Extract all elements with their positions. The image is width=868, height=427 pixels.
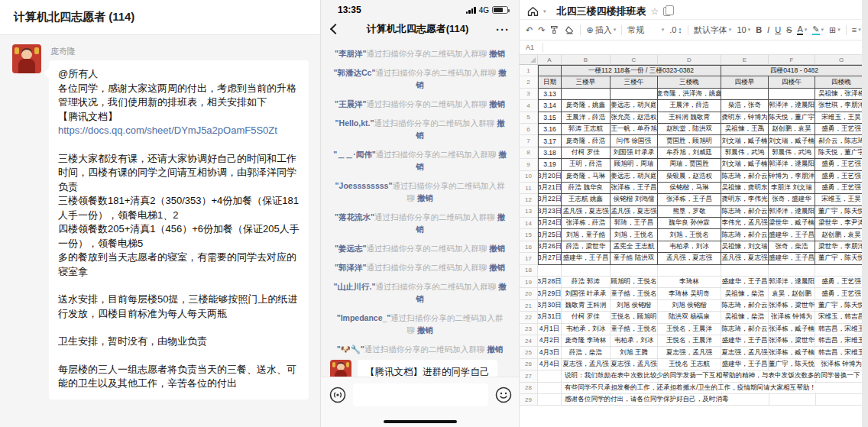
bold-button[interactable]: B xyxy=(756,25,762,34)
schedule-header[interactable]: 三楼晚 xyxy=(658,76,721,88)
row-number[interactable]: 29 xyxy=(520,394,538,406)
font-size-select[interactable]: 10▾ xyxy=(737,25,750,34)
column-header-A[interactable]: A xyxy=(538,55,562,65)
schedule-cell[interactable]: 吴祖慷，王禹 xyxy=(721,124,769,135)
schedule-cell[interactable]: 张奇，盛建华 xyxy=(769,194,815,205)
schedule-cell[interactable] xyxy=(562,89,611,100)
redo-icon[interactable]: ↷ xyxy=(538,25,545,35)
schedule-cell[interactable]: 柴浩，张奇 xyxy=(721,100,769,112)
schedule-cell[interactable]: 庞奇隆，姚鑫 xyxy=(562,100,611,112)
schedule-cell[interactable]: 陈志琦，郝介云 xyxy=(721,206,769,218)
schedule-cell[interactable]: 张泽栋，臧子楠 xyxy=(769,347,815,358)
schedule-cell[interactable] xyxy=(815,265,868,277)
schedule-cell[interactable]: 刘国强 叶承承 xyxy=(562,288,611,299)
schedule-cell[interactable] xyxy=(658,265,721,277)
number-format-select[interactable]: 常规▾ xyxy=(627,24,664,36)
clear-format-icon[interactable] xyxy=(565,25,575,34)
schedule-header[interactable]: 四楼早 xyxy=(721,76,769,88)
row-number[interactable]: 2 xyxy=(520,76,538,88)
schedule-cell[interactable]: 吴祖慷，刘文瑞 xyxy=(721,241,769,253)
voice-icon[interactable] xyxy=(329,386,347,404)
date-cell[interactable]: 3.13 xyxy=(538,89,562,100)
select-all-corner[interactable] xyxy=(520,55,538,65)
schedule-cell[interactable]: 刘文瑞，臧子楠 xyxy=(721,135,769,147)
sender-avatar[interactable] xyxy=(12,44,41,73)
schedule-cell[interactable]: 盛建华，王子昌 xyxy=(769,229,815,241)
schedule-cell[interactable]: 宋维玉，王昊 xyxy=(815,194,868,205)
schedule-cell[interactable]: 韩吉昌，宋维玉 xyxy=(815,347,868,358)
schedule-cell[interactable]: 薛浩 郭涛 xyxy=(562,277,611,288)
schedule-cell[interactable]: 郭晨伟，武鸿 xyxy=(769,147,815,159)
note-cell[interactable]: 说明：我们鼓励在表中次数比较少的同学发扬一下互相帮助的精神，与表中发饭次数多的同… xyxy=(562,370,868,382)
schedule-cell[interactable]: 刘文瑞，臧子楠 xyxy=(769,135,815,147)
schedule-cell[interactable] xyxy=(721,265,769,277)
schedule-cell[interactable]: 王悦名，王晨洋 xyxy=(658,324,721,335)
row-number[interactable]: 17 xyxy=(520,253,538,264)
date-cell[interactable]: 3月23日 xyxy=(538,206,562,218)
schedule-cell[interactable]: 董广宇，陈天悦 xyxy=(815,206,868,218)
schedule-cell[interactable]: 顾旭明，王悦名 xyxy=(611,277,658,288)
schedule-cell[interactable]: 侯铭楷，马琳 xyxy=(658,183,721,194)
schedule-cell[interactable]: 吴祖慷，柴浩 xyxy=(721,312,769,323)
column-header-C[interactable]: C xyxy=(611,55,658,65)
formula-bar[interactable]: A1 xyxy=(520,40,868,55)
schedule-header[interactable]: 三楼午 xyxy=(611,76,658,88)
note-cell[interactable]: 有些同学不只承担发餐的工作，还承担着搬水/卫生的工作，疫情期间请大家相互帮助！ xyxy=(562,383,868,394)
schedule-cell[interactable]: 孟凡强，夏志强 xyxy=(611,206,658,218)
schedule-cell[interactable]: 张世琪，李朋洋 xyxy=(815,100,868,112)
schedule-cell[interactable]: 董广宇，陈天悦 xyxy=(815,300,868,312)
schedule-cell[interactable] xyxy=(769,89,815,100)
row-number[interactable]: 14 xyxy=(520,218,538,229)
schedule-cell[interactable] xyxy=(611,265,658,277)
schedule-cell[interactable]: 王晨洋，薛浩 xyxy=(562,112,611,124)
row-number[interactable]: 10 xyxy=(520,171,538,183)
schedule-header[interactable]: 四楼晚 xyxy=(815,76,868,88)
date-cell[interactable]: 4月2日 xyxy=(538,335,562,347)
date-cell[interactable]: 3.14 xyxy=(538,100,562,112)
date-cell[interactable]: 3.19 xyxy=(538,159,562,170)
schedule-cell[interactable]: 孟凡强，夏志强 xyxy=(658,253,721,264)
schedule-cell[interactable]: 庞奇隆，马琳 xyxy=(562,171,611,183)
schedule-cell[interactable]: 刘旭 侯铭楷 xyxy=(611,300,658,312)
sheet-grid[interactable]: ABCDEFG1一楼112 118各一份 / 三楼0323-0382四楼0418… xyxy=(520,55,868,406)
schedule-cell[interactable]: 李琦林 xyxy=(658,277,721,288)
schedule-cell[interactable]: 盛勇，王艺强 xyxy=(815,171,868,183)
merged-cell-a1[interactable] xyxy=(538,65,562,76)
emoji-icon[interactable] xyxy=(494,386,513,404)
schedule-cell[interactable]: 梁世华，李朋洋 xyxy=(815,241,868,253)
schedule-cell[interactable]: 盛勇，王艺强 xyxy=(815,277,868,288)
home-icon[interactable] xyxy=(527,6,539,17)
schedule-cell[interactable]: 郭晨伟，武鸿 xyxy=(721,147,769,159)
schedule-header[interactable]: 三楼早 xyxy=(562,76,611,88)
doc-copy-icon[interactable] xyxy=(663,7,671,16)
schedule-cell[interactable]: 宋维玉，韩吉昌 xyxy=(815,312,868,323)
schedule-cell[interactable]: 夏志强，孟凡强 xyxy=(721,347,769,358)
date-cell[interactable]: 3月31日 xyxy=(538,312,562,323)
schedule-cell[interactable]: 薛浩，梁世华 xyxy=(562,241,611,253)
row-number[interactable]: 19 xyxy=(520,277,538,288)
schedule-cell[interactable]: 刘旭，王悦名 xyxy=(611,229,658,241)
schedule-cell[interactable]: 梁世华，李尹涛 xyxy=(815,218,868,229)
row-number[interactable]: 20 xyxy=(520,288,538,299)
date-cell[interactable]: 3.16 xyxy=(538,124,562,135)
schedule-cell[interactable] xyxy=(611,89,658,100)
row-number[interactable]: 26 xyxy=(520,359,538,370)
schedule-header[interactable]: 日期 xyxy=(538,76,562,88)
revoke-link[interactable]: 撤销 xyxy=(489,244,505,253)
schedule-cell[interactable]: 赵凯堂，陆洪双 xyxy=(658,124,721,135)
schedule-cell[interactable]: 李伟光，孟凡强 xyxy=(721,218,769,229)
empty-cell[interactable] xyxy=(538,370,562,382)
schedule-cell[interactable]: 钟博为，李朋洋 xyxy=(769,171,815,183)
format-painter-icon[interactable] xyxy=(550,25,559,34)
column-header-F[interactable]: F xyxy=(769,55,815,65)
schedule-cell[interactable]: 赵创鹏，袁昊 xyxy=(769,124,815,135)
italic-button[interactable]: I xyxy=(767,25,769,34)
revoke-link[interactable]: 撤销 xyxy=(487,345,503,354)
date-cell[interactable]: 3.18 xyxy=(538,147,562,159)
schedule-header[interactable]: 四楼午 xyxy=(769,76,815,88)
revoke-link[interactable]: 撤销 xyxy=(417,325,433,335)
schedule-cell[interactable]: 张泽栋，薛浩 xyxy=(562,218,611,229)
schedule-cell[interactable]: 盛建华，王子昌 xyxy=(721,277,769,288)
schedule-cell[interactable] xyxy=(562,265,611,277)
highlight-color-button[interactable]: ✎▾ xyxy=(812,25,824,35)
